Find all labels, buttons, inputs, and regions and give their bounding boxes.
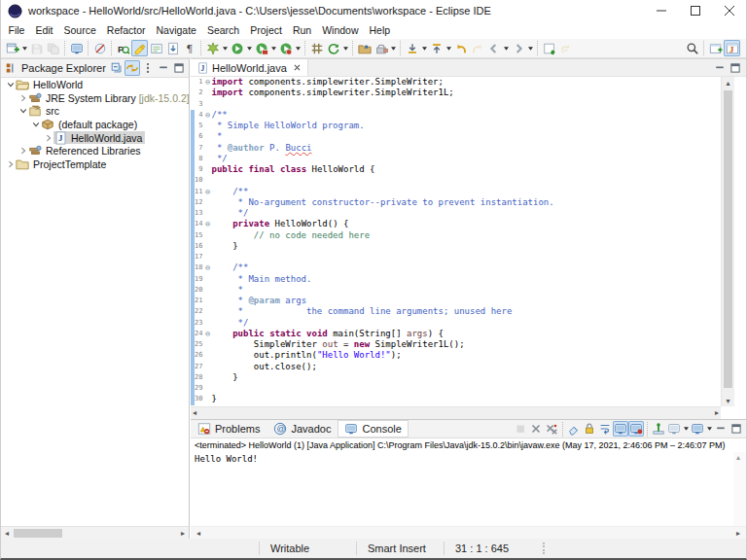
fold-collapse-icon[interactable]: ⊖ xyxy=(204,187,212,197)
editor-hscrollbar[interactable]: ◂ ▸ xyxy=(191,406,721,419)
show-on-stderr-icon[interactable] xyxy=(628,421,644,437)
save-all-icon[interactable] xyxy=(45,40,61,56)
code-area[interactable]: 1⊖import components.simplewriter.SimpleW… xyxy=(191,77,721,406)
menu-run[interactable]: Run xyxy=(287,21,316,39)
code-line-18[interactable]: 18⊖ /** xyxy=(191,262,721,273)
code-line-16[interactable]: 16 } xyxy=(191,241,721,252)
scroll-right-icon[interactable]: ▸ xyxy=(715,408,719,417)
code-line-24[interactable]: 24⊖ public static void main(String[] arg… xyxy=(191,329,721,339)
fold-collapse-icon[interactable]: ⊖ xyxy=(204,219,212,229)
code-line-15[interactable]: 15 // no code needed here xyxy=(191,230,721,241)
forward-icon[interactable] xyxy=(510,40,526,56)
pin-console-icon[interactable] xyxy=(651,421,666,437)
menu-navigate[interactable]: Navigate xyxy=(151,21,201,39)
editor-tab-helloworld[interactable]: J HelloWorld.java xyxy=(191,59,308,76)
console-vscrollbar[interactable]: ▴ xyxy=(733,452,746,526)
scroll-right-icon[interactable]: ▸ xyxy=(732,527,744,539)
menu-help[interactable]: Help xyxy=(364,21,396,39)
next-edit-icon[interactable] xyxy=(469,40,485,56)
properties-icon[interactable] xyxy=(148,40,164,56)
menu-project[interactable]: Project xyxy=(245,21,288,39)
dropdown-arrow-icon[interactable] xyxy=(445,40,452,56)
dropdown-arrow-icon[interactable] xyxy=(294,40,302,56)
view-menu-icon[interactable] xyxy=(140,60,156,76)
scroll-left-icon[interactable]: ◂ xyxy=(1,527,13,539)
code-line-21[interactable]: 21 * @param args xyxy=(191,296,721,306)
tab-close-icon[interactable] xyxy=(294,64,301,71)
chevron-collapsed-icon[interactable] xyxy=(44,133,53,143)
code-line-28[interactable]: 28 } xyxy=(191,372,721,383)
code-line-13[interactable]: 13 */ xyxy=(191,208,721,219)
scroll-up-icon[interactable]: ▴ xyxy=(722,77,734,88)
menu-refactor[interactable]: Refactor xyxy=(101,21,151,39)
code-line-29[interactable]: 29 xyxy=(191,383,721,394)
code-line-22[interactable]: 22 * the command line arguments; unused … xyxy=(191,306,721,317)
fold-collapse-icon[interactable]: ⊖ xyxy=(204,329,212,339)
run-icon[interactable] xyxy=(229,40,245,56)
fold-collapse-icon[interactable]: ⊖ xyxy=(204,262,212,273)
fold-collapse-icon[interactable]: ⊖ xyxy=(204,77,212,88)
package-explorer-hscrollbar[interactable]: ◂ ▸ xyxy=(1,526,189,539)
menu-search[interactable]: Search xyxy=(201,21,244,39)
code-line-12[interactable]: 12 * No-argument constructor--private to… xyxy=(191,197,721,208)
dropdown-arrow-icon[interactable] xyxy=(682,421,690,438)
new-java-project-icon[interactable] xyxy=(308,40,325,56)
scroll-up-icon[interactable]: ▴ xyxy=(736,453,740,462)
open-type-icon[interactable]: P xyxy=(115,40,131,56)
code-line-26[interactable]: 26 out.println("Hello World!"); xyxy=(191,350,721,361)
close-button[interactable] xyxy=(712,0,746,21)
dropdown-arrow-icon[interactable] xyxy=(502,40,510,56)
scrollbar-thumb[interactable] xyxy=(724,90,732,388)
tab-problems[interactable]: Problems xyxy=(191,420,267,438)
open-perspective-icon[interactable] xyxy=(707,40,724,56)
save-icon[interactable] xyxy=(28,40,45,56)
code-line-10[interactable]: 10 xyxy=(191,175,721,186)
code-line-4[interactable]: 4⊖/** xyxy=(191,110,721,121)
code-line-11[interactable]: 11⊖ /** xyxy=(191,187,721,197)
display-console-icon[interactable] xyxy=(666,421,682,437)
show-on-stdout-icon[interactable] xyxy=(613,421,628,437)
next-annotation-icon[interactable] xyxy=(404,40,420,56)
external-run-icon[interactable] xyxy=(325,40,341,56)
code-line-30[interactable]: 30} xyxy=(191,394,721,404)
code-line-2[interactable]: 2import components.simplewriter.SimpleWr… xyxy=(191,88,721,98)
remove-launch-icon[interactable] xyxy=(528,421,544,437)
debug-star-icon[interactable] xyxy=(204,40,221,56)
scroll-down-icon[interactable]: ▾ xyxy=(722,395,734,406)
open-task-icon[interactable] xyxy=(541,40,557,56)
code-line-23[interactable]: 23 */ xyxy=(191,318,721,329)
minimize-icon[interactable] xyxy=(156,60,171,76)
scroll-lock-icon[interactable] xyxy=(582,421,597,437)
format-icon[interactable] xyxy=(373,40,389,56)
dropdown-arrow-icon[interactable] xyxy=(341,40,349,56)
code-line-1[interactable]: 1⊖import components.simplewriter.SimpleW… xyxy=(191,77,721,88)
maximize-button[interactable] xyxy=(678,0,712,21)
code-line-14[interactable]: 14⊖ private HelloWorld() { xyxy=(191,219,721,229)
clear-console-icon[interactable] xyxy=(566,421,582,437)
dropdown-arrow-icon[interactable] xyxy=(20,40,28,56)
code-line-3[interactable]: 3 xyxy=(191,99,721,110)
skip-breakpoints-icon[interactable] xyxy=(91,40,108,56)
terminate-icon[interactable] xyxy=(513,421,528,437)
menu-file[interactable]: File xyxy=(3,21,30,39)
last-edit-icon[interactable] xyxy=(452,40,469,56)
dropdown-arrow-icon[interactable] xyxy=(245,40,253,56)
code-line-7[interactable]: 7 * @author P. Bucci xyxy=(191,143,721,154)
back-icon[interactable] xyxy=(485,40,502,56)
code-line-25[interactable]: 25 SimpleWriter out = new SimpleWriter1L… xyxy=(191,339,721,350)
chevron-collapsed-icon[interactable] xyxy=(18,146,28,156)
coverage-icon[interactable] xyxy=(253,40,269,56)
word-wrap-icon[interactable] xyxy=(597,421,613,437)
tree-item-jre-system-library[interactable]: JRE System Library [jdk-15.0.2] xyxy=(1,91,189,105)
scrollbar-thumb[interactable] xyxy=(14,529,62,538)
dropdown-arrow-icon[interactable] xyxy=(705,421,713,438)
editor-vscrollbar[interactable]: ▴ ▾ xyxy=(721,77,734,406)
code-line-8[interactable]: 8 */ xyxy=(191,154,721,164)
search-icon[interactable] xyxy=(684,40,700,56)
open-element-icon[interactable] xyxy=(356,40,373,56)
fold-collapse-icon[interactable]: ⊖ xyxy=(204,110,212,121)
console-hscrollbar[interactable]: ◂ ▸ xyxy=(191,526,746,539)
code-line-5[interactable]: 5 * Simple HelloWorld program. xyxy=(191,121,721,131)
chevron-collapsed-icon[interactable] xyxy=(6,159,16,169)
tree-item-referenced-libraries[interactable]: Referenced Libraries xyxy=(1,144,189,158)
